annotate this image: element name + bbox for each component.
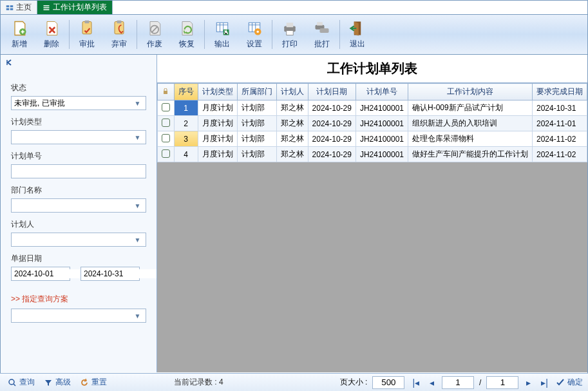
cell-content: 确认H-009新产品试产计划: [408, 100, 533, 116]
svg-rect-5: [44, 7, 50, 8]
status-label: 状态: [11, 82, 146, 93]
confirm-button[interactable]: 确定: [556, 377, 583, 388]
pagesize-input[interactable]: [372, 376, 404, 389]
row-idx: 3: [174, 131, 198, 147]
abandon-button[interactable]: 弃审: [103, 16, 135, 53]
exit-button[interactable]: 退出: [341, 16, 374, 53]
check-icon: [556, 378, 565, 387]
svg-rect-1: [10, 5, 14, 7]
date-to-input[interactable]: ▼: [81, 267, 140, 281]
query-scheme-select[interactable]: ▼: [11, 309, 146, 323]
table-row[interactable]: 1月度计划计划部郑之林2024-10-29JH24100001确认H-009新产…: [157, 100, 587, 116]
table-row[interactable]: 3月度计划计划部郑之林2024-10-29JH24100001处理仓库呆滞物料2…: [157, 131, 587, 147]
cell-dept: 计划部: [237, 116, 276, 131]
restore-icon: [178, 19, 196, 37]
cell-plan-type: 月度计划: [198, 147, 237, 162]
col-plan-date[interactable]: 计划日期: [308, 84, 356, 100]
svg-rect-3: [10, 8, 14, 10]
chevron-down-icon[interactable]: ▼: [133, 134, 143, 141]
row-checkbox[interactable]: [157, 116, 174, 131]
print-button[interactable]: 打印: [274, 16, 306, 53]
col-plan-no[interactable]: 计划单号: [356, 84, 408, 100]
footer: 查询 高级 重置 当前记录数 : 4 页大小 : |◂ ◂ / ▸ ▸| 确定: [0, 373, 588, 391]
batch-print-button[interactable]: 批打: [306, 16, 338, 53]
last-page-button[interactable]: ▸|: [538, 377, 551, 388]
delete-icon: [43, 19, 61, 37]
cell-planner: 郑之林: [276, 116, 308, 131]
first-page-button[interactable]: |◂: [410, 377, 422, 388]
table-row[interactable]: 4月度计划计划部郑之林2024-10-29JH24100001做好生产车间产能提…: [157, 147, 587, 162]
reset-button[interactable]: 重置: [77, 376, 109, 389]
cell-dept: 计划部: [237, 147, 276, 162]
status-select[interactable]: ▼: [11, 96, 146, 110]
cell-plan-type: 月度计划: [198, 100, 237, 116]
chevron-down-icon[interactable]: ▼: [133, 202, 143, 209]
approve-icon: [78, 19, 96, 37]
data-grid: 序号 计划类型 所属部门 计划人 计划日期 计划单号 工作计划内容 要求完成日期…: [157, 83, 587, 162]
cell-plan-date: 2024-10-29: [308, 100, 356, 116]
abandon-icon: [110, 19, 128, 37]
plan-type-select[interactable]: ▼: [11, 130, 146, 144]
toolbar: 新增 删除 审批 弃审 作废 恢复 输出 设置 打印 批打 退出: [1, 15, 587, 55]
row-checkbox[interactable]: [157, 131, 174, 147]
table-row[interactable]: 2月度计划计划部郑之林2024-10-29JH24100001组织新进人员的入职…: [157, 116, 587, 131]
chevron-down-icon[interactable]: ▼: [133, 100, 143, 107]
cell-due-date: 2024-10-31: [533, 100, 587, 116]
pagesize-label: 页大小 :: [340, 377, 368, 388]
delete-button[interactable]: 删除: [35, 16, 68, 53]
cell-content: 做好生产车间产能提升的工作计划: [408, 147, 533, 162]
plan-no-input[interactable]: [11, 164, 146, 178]
svg-rect-19: [287, 23, 294, 27]
col-planner[interactable]: 计划人: [276, 84, 308, 100]
col-dept[interactable]: 所属部门: [237, 84, 276, 100]
col-idx[interactable]: 序号: [174, 84, 198, 100]
export-button[interactable]: 输出: [206, 16, 238, 53]
undo-icon: [80, 378, 89, 387]
chevron-down-icon[interactable]: ▼: [133, 312, 143, 319]
cell-plan-no: JH24100001: [356, 116, 408, 131]
query-button[interactable]: 查询: [5, 376, 37, 389]
filter-panel: 状态 ▼ 计划类型 ▼ 计划单号 部门名称 ▼ 计划人 ▼ 单据日期: [1, 55, 157, 372]
cell-planner: 郑之林: [276, 147, 308, 162]
col-lock[interactable]: [157, 84, 174, 100]
cell-due-date: 2024-11-02: [533, 147, 587, 162]
date-from-input[interactable]: ▼: [11, 267, 70, 281]
prev-page-button[interactable]: ◂: [427, 377, 437, 388]
page-input[interactable]: [442, 376, 474, 389]
row-checkbox[interactable]: [157, 147, 174, 162]
svg-rect-2: [6, 8, 10, 10]
svg-rect-11: [117, 21, 122, 23]
row-idx: 4: [174, 147, 198, 162]
col-content[interactable]: 工作计划内容: [408, 84, 533, 100]
svg-rect-22: [320, 28, 329, 33]
search-icon: [8, 378, 17, 387]
cell-dept: 计划部: [237, 131, 276, 147]
chevron-down-icon[interactable]: ▼: [133, 236, 143, 243]
page-total: [486, 376, 518, 389]
dept-select[interactable]: ▼: [11, 198, 146, 213]
record-count: 4: [219, 377, 223, 386]
void-button[interactable]: 作废: [138, 16, 171, 53]
export-icon: [213, 19, 231, 37]
next-page-button[interactable]: ▸: [524, 377, 533, 388]
tab-home[interactable]: 主页: [1, 1, 37, 14]
tab-list-label: 工作计划单列表: [53, 2, 107, 13]
svg-point-17: [257, 31, 260, 33]
restore-button[interactable]: 恢复: [171, 16, 203, 53]
cell-plan-date: 2024-10-29: [308, 147, 356, 162]
col-plan-type[interactable]: 计划类型: [198, 84, 237, 100]
planner-select[interactable]: ▼: [11, 233, 146, 247]
approve-button[interactable]: 审批: [71, 16, 103, 53]
cell-plan-no: JH24100001: [356, 131, 408, 147]
query-scheme-link[interactable]: >> 指定查询方案: [11, 294, 146, 305]
cell-plan-no: JH24100001: [356, 100, 408, 116]
settings-button[interactable]: 设置: [238, 16, 270, 53]
advanced-button[interactable]: 高级: [41, 376, 73, 389]
collapse-panel-button[interactable]: [1, 57, 156, 70]
col-due-date[interactable]: 要求完成日期: [533, 84, 587, 100]
cell-dept: 计划部: [237, 100, 276, 116]
add-button[interactable]: 新增: [3, 16, 35, 53]
tab-list[interactable]: 工作计划单列表: [37, 1, 113, 14]
row-checkbox[interactable]: [157, 100, 174, 116]
record-count-label: 当前记录数 :: [174, 377, 217, 386]
